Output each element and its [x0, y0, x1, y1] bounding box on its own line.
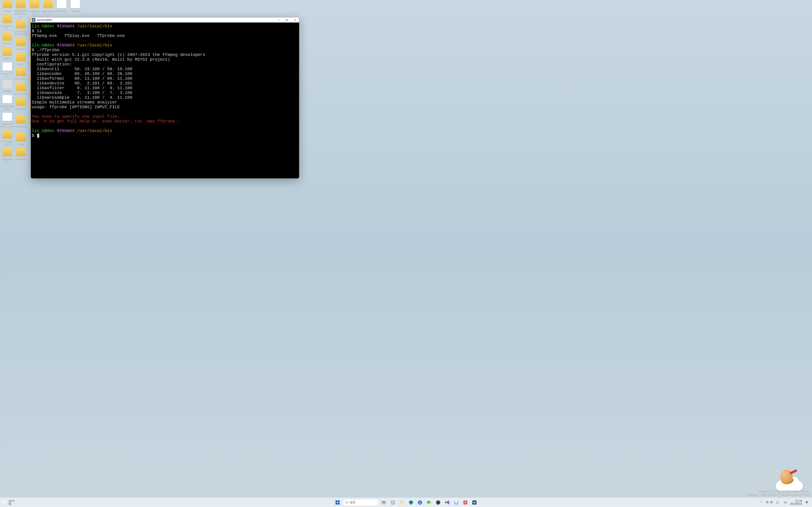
desktop-icon[interactable]: gtk+-3.94.0 — [14, 68, 28, 80]
desktop-icon-label: gtk+-bundl... — [41, 9, 55, 14]
desktop-icon[interactable]: firstCV — [14, 38, 28, 50]
loading-button[interactable] — [452, 498, 460, 507]
desktop-icon-label: Andama-R... — [0, 157, 14, 163]
terminal-window: M /usr/local/bin lin_h@dev MINGW64 /usr/… — [31, 17, 299, 179]
desktop-icon-label: photosho... — [15, 157, 27, 160]
term-line: libswresample 4. 11.100 / 4. 11.100 — [32, 95, 132, 100]
term-line: libavfilter 9. 11.100 / 9. 11.100 — [32, 86, 132, 91]
volume-icon[interactable] — [782, 500, 788, 505]
desktop-icon-label: SDL-1.2 — [3, 42, 12, 44]
term-line: libavcodec 60. 26.100 / 60. 26.100 — [32, 71, 132, 76]
svg-text:M: M — [473, 501, 475, 504]
term-line: lin_h@dev MINGW64 /usr/local/bin — [32, 43, 112, 48]
desktop-icon[interactable]: gtk+-bundl... — [41, 0, 55, 14]
desktop-icon[interactable]: SDL-1.2 — [0, 33, 14, 44]
desktop-icon[interactable]: ToDesk — [68, 0, 82, 12]
minimize-button[interactable] — [274, 17, 283, 22]
desktop-icon[interactable]: python-3.9... — [0, 62, 14, 77]
tray-chevron[interactable]: ^ — [758, 500, 764, 505]
svg-point-27 — [455, 501, 458, 504]
weather-temp: 26°C — [9, 500, 15, 502]
desktop-icon[interactable]: lz4net-mas... — [14, 98, 28, 112]
desktop-icon[interactable]: llvm-project — [14, 83, 28, 95]
app-icon — [2, 62, 12, 71]
notifications-icon[interactable] — [804, 500, 810, 505]
svg-point-21 — [419, 502, 420, 503]
taskbar: 26°C 阴 搜索 — [0, 498, 812, 507]
folder-icon — [2, 15, 12, 23]
app-red-button[interactable] — [461, 498, 469, 507]
svg-rect-32 — [776, 502, 778, 503]
desktop-icon-label: ninja — [18, 142, 23, 145]
desktop-icon[interactable]: ninja — [14, 133, 28, 145]
desktop-icon[interactable]: emsdk — [0, 48, 14, 59]
term-line: built with gcc 12.2.0 (Rev10, Built by M… — [32, 57, 170, 62]
folder-icon — [30, 0, 39, 8]
obs-button[interactable] — [434, 498, 442, 507]
wechat-button[interactable] — [425, 498, 433, 507]
svg-rect-13 — [391, 501, 395, 504]
term-line: lin_h@dev MINGW64 /usr/local/bin — [32, 24, 112, 29]
desktop-icon[interactable]: PyCharm 2021.1.1 x64 — [0, 113, 14, 127]
folder-icon — [2, 48, 12, 56]
desktop-icon-label: lz4net-mas... — [14, 107, 28, 112]
folder-icon — [2, 0, 12, 8]
terminal-body[interactable]: lin_h@dev MINGW64 /usr/local/bin $ ls ff… — [31, 22, 299, 178]
baidu-button[interactable] — [416, 498, 424, 507]
term-line: $ ./ffprobe — [32, 48, 59, 53]
search-box[interactable]: 搜索 — [343, 499, 379, 506]
weather-widget[interactable]: 26°C 阴 — [0, 500, 17, 505]
ime-indicator[interactable]: 英 拼 — [766, 500, 773, 504]
app-icon — [70, 0, 80, 8]
svg-point-24 — [429, 502, 431, 504]
edge-button[interactable] — [407, 498, 415, 507]
term-line: libavutil 58. 19.100 / 58. 19.100 — [32, 67, 132, 71]
term-line: Use -h to get full help or, even better,… — [32, 119, 180, 124]
desktop-icon-label: vsyasm-1.3... — [0, 24, 14, 30]
svg-rect-4 — [336, 500, 337, 502]
desktop-icon[interactable]: photosho... — [14, 148, 28, 160]
vs-button[interactable] — [443, 498, 451, 507]
desktop-icon[interactable]: gperf — [14, 53, 28, 65]
desktop-icon-label: qtquickexa... — [28, 9, 41, 14]
clock[interactable]: 21:30 2023/9/10 — [790, 500, 802, 505]
weather-icon — [2, 500, 7, 505]
desktop-icon[interactable]: C#远程桌面源码Terminal — [14, 0, 28, 17]
mascot-character[interactable] — [776, 466, 803, 491]
term-line: ffprobe version 5.1.git Copyright (c) 20… — [32, 53, 205, 57]
svg-line-33 — [778, 502, 779, 502]
network-icon[interactable] — [775, 500, 780, 505]
svg-rect-29 — [464, 501, 466, 503]
term-line: libswscale 7. 3.100 / 7. 3.100 — [32, 91, 132, 95]
folder-icon — [43, 0, 53, 8]
desktop-icon-label: C++远程桌面控制源码 — [14, 30, 28, 35]
maximize-button[interactable] — [283, 17, 291, 22]
desktop-icon[interactable]: 回收站 — [0, 80, 14, 92]
desktop-icon[interactable]: MSTSC_CL... — [14, 115, 28, 130]
close-button[interactable] — [291, 17, 299, 22]
sticker-button[interactable] — [389, 498, 397, 507]
svg-rect-16 — [400, 502, 404, 504]
desktop-icon-label: llvm-project — [14, 92, 27, 95]
term-line: You have to specify one input file. — [32, 114, 120, 119]
desktop-icon[interactable]: qtquickexa... — [28, 0, 41, 14]
desktop-icon[interactable]: Git Bash — [55, 0, 68, 12]
term-line: libavformat 60. 11.100 / 60. 11.100 — [32, 76, 132, 81]
svg-point-20 — [420, 501, 421, 502]
desktop-icon[interactable]: Microsoft Edge — [0, 95, 14, 110]
task-view-button[interactable] — [380, 498, 388, 507]
system-tray: ^ 英 拼 21:30 2023/9/10 — [758, 500, 812, 505]
desktop-icon[interactable]: C++远程桌面控制源码 — [14, 20, 28, 35]
desktop-icon[interactable]: (C++游戏+程序 — [0, 130, 14, 145]
term-line: Simple multimedia streams analyzer — [32, 100, 117, 105]
explorer-button[interactable] — [398, 498, 406, 507]
mingw-icon: M — [32, 18, 35, 22]
desktop-icon[interactable]: Andama-R... — [0, 148, 14, 163]
titlebar[interactable]: M /usr/local/bin — [31, 17, 299, 22]
mingw-taskbar-button[interactable]: M — [470, 498, 478, 507]
monkey-icon — [780, 470, 793, 484]
folder-icon — [16, 20, 26, 29]
desktop-icon[interactable]: vsyasm-1.3... — [0, 15, 14, 30]
desktop-icon[interactable]: demo — [0, 0, 14, 12]
start-button[interactable] — [334, 498, 342, 507]
